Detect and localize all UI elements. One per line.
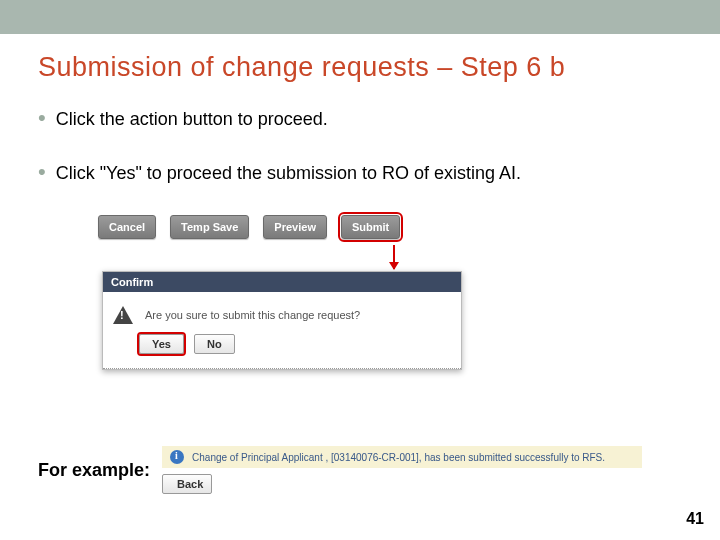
warning-icon bbox=[113, 306, 133, 324]
bullet-item: • Click the action button to proceed. bbox=[38, 107, 682, 131]
cancel-button[interactable]: Cancel bbox=[98, 215, 156, 239]
success-info-bar: Change of Principal Applicant , [0314007… bbox=[162, 446, 642, 468]
arrow-down-icon bbox=[393, 245, 395, 269]
bullet-text: Click the action button to proceed. bbox=[56, 107, 328, 131]
dialog-message: Are you sure to submit this change reque… bbox=[145, 309, 360, 321]
bullet-dot-icon: • bbox=[38, 161, 46, 183]
success-message: Change of Principal Applicant , [0314007… bbox=[192, 452, 605, 463]
preview-button[interactable]: Preview bbox=[263, 215, 327, 239]
divider bbox=[103, 368, 461, 369]
submit-button[interactable]: Submit bbox=[341, 215, 400, 239]
confirm-dialog: Confirm Are you sure to submit this chan… bbox=[102, 271, 462, 370]
slide-title: Submission of change requests – Step 6 b bbox=[0, 34, 720, 83]
bullet-item: • Click "Yes" to proceed the submission … bbox=[38, 161, 682, 185]
back-button[interactable]: Back bbox=[162, 474, 212, 494]
bullet-dot-icon: • bbox=[38, 107, 46, 129]
screenshot-figure: Cancel Temp Save Preview Submit Confirm … bbox=[98, 215, 498, 375]
page-number: 41 bbox=[686, 510, 704, 528]
no-button[interactable]: No bbox=[194, 334, 235, 354]
dialog-title: Confirm bbox=[103, 272, 461, 292]
bullet-text: Click "Yes" to proceed the submission to… bbox=[56, 161, 521, 185]
info-icon bbox=[170, 450, 184, 464]
yes-button[interactable]: Yes bbox=[139, 334, 184, 354]
slide-header-bar bbox=[0, 0, 720, 34]
example-label: For example: bbox=[38, 460, 150, 481]
temp-save-button[interactable]: Temp Save bbox=[170, 215, 249, 239]
